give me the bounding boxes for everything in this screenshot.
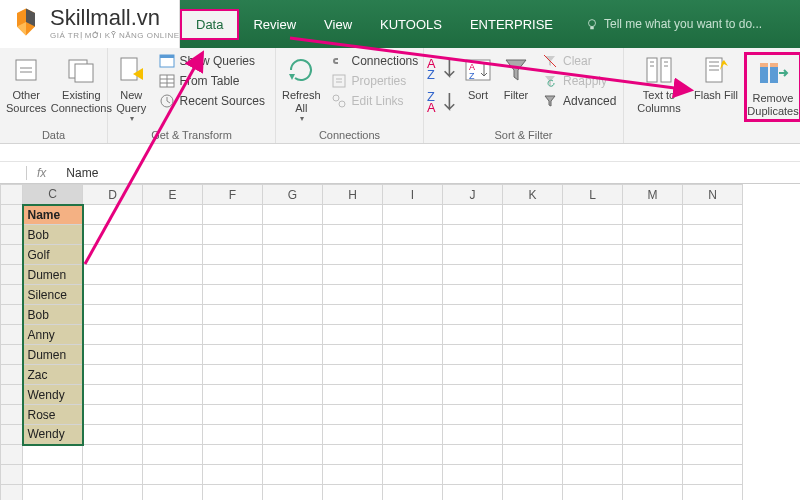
table-row[interactable]: Dumen: [1, 265, 743, 285]
properties-icon: [331, 73, 347, 89]
svg-marker-14: [289, 74, 295, 80]
ribbon: Other Sources Existing Connections Data …: [0, 48, 800, 144]
reapply-icon: [542, 73, 558, 89]
edit-links-button[interactable]: Edit Links: [327, 92, 423, 110]
reapply-button[interactable]: Reapply: [538, 72, 620, 90]
svg-point-16: [333, 95, 339, 101]
svg-text:Z: Z: [427, 67, 435, 82]
existing-connections-button[interactable]: Existing Connections: [52, 52, 110, 114]
new-query-icon: [115, 54, 147, 86]
refresh-all-button[interactable]: Refresh All: [282, 52, 321, 123]
link-icon: [331, 53, 347, 69]
tab-data[interactable]: Data: [180, 9, 239, 40]
svg-rect-32: [770, 63, 778, 67]
svg-rect-7: [75, 64, 93, 82]
tab-view[interactable]: View: [310, 11, 366, 38]
filter-button[interactable]: Filter: [500, 52, 532, 102]
group-label-get-transform: Get & Transform: [114, 129, 269, 141]
tab-enterprise[interactable]: ENTERPRISE: [456, 11, 567, 38]
svg-rect-8: [121, 58, 137, 80]
from-table-button[interactable]: From Table: [155, 72, 269, 90]
sort-button[interactable]: AZ Sort: [462, 52, 494, 102]
text-to-columns-icon: [643, 54, 675, 86]
tab-kutools[interactable]: KUTOOLS: [366, 11, 456, 38]
external-data-icon: [10, 54, 42, 86]
remove-duplicates-icon: [757, 57, 789, 89]
table-row[interactable]: Dumen: [1, 345, 743, 365]
other-sources-button[interactable]: Other Sources: [6, 52, 46, 114]
table-row[interactable]: Bob: [1, 225, 743, 245]
svg-rect-11: [160, 55, 174, 58]
svg-point-17: [339, 101, 345, 107]
brand-tagline: GIÁ TRỊ MỚI KỸ NĂNG ONLINE: [50, 31, 180, 40]
sort-za-icon: ZA: [427, 87, 459, 115]
connections-icon: [65, 54, 97, 86]
remove-duplicates-button[interactable]: Remove Duplicates: [744, 52, 800, 122]
brand: Skillmall.vn GIÁ TRỊ MỚI KỸ NĂNG ONLINE: [8, 4, 180, 40]
clear-icon: [542, 53, 558, 69]
table-row[interactable]: Golf: [1, 245, 743, 265]
tab-review[interactable]: Review: [239, 11, 310, 38]
advanced-filter-button[interactable]: Advanced: [538, 92, 620, 110]
table-row[interactable]: Rose: [1, 405, 743, 425]
group-label-data: Data: [6, 129, 101, 141]
new-query-button[interactable]: New Query: [114, 52, 149, 123]
flash-fill-icon: [700, 54, 732, 86]
tell-me-search[interactable]: Tell me what you want to do...: [585, 17, 762, 31]
sort-az-button[interactable]: AZ ZA: [430, 52, 456, 121]
svg-rect-4: [590, 27, 594, 30]
edit-links-icon: [331, 93, 347, 109]
table-row[interactable]: Wendy: [1, 385, 743, 405]
group-label-sort-filter: Sort & Filter: [430, 129, 617, 141]
fx-label[interactable]: fx: [26, 166, 56, 180]
svg-point-3: [589, 20, 596, 27]
svg-rect-5: [16, 60, 36, 80]
table-icon: [159, 53, 175, 69]
svg-rect-30: [760, 63, 768, 67]
show-queries-button[interactable]: Show Queries: [155, 52, 269, 70]
table-row[interactable]: Bob: [1, 305, 743, 325]
formula-value[interactable]: Name: [56, 166, 98, 180]
flash-fill-button[interactable]: Flash Fill: [694, 52, 738, 102]
bulb-icon: [585, 17, 599, 31]
table-row[interactable]: Silence: [1, 285, 743, 305]
svg-text:Z: Z: [469, 71, 475, 81]
spreadsheet-grid[interactable]: CDEFGHIJKLMNNameBobGolfDumenSilenceBobAn…: [0, 184, 800, 500]
advanced-icon: [542, 93, 558, 109]
brand-logo-icon: [8, 4, 44, 40]
table-small-icon: [159, 73, 175, 89]
text-to-columns-button[interactable]: Text to Columns: [630, 52, 688, 114]
recent-sources-button[interactable]: Recent Sources: [155, 92, 269, 110]
sort-dialog-icon: AZ: [462, 54, 494, 86]
table-row[interactable]: Anny: [1, 325, 743, 345]
svg-text:A: A: [427, 100, 436, 115]
refresh-icon: [285, 54, 317, 86]
table-row[interactable]: Wendy: [1, 425, 743, 445]
sort-az-icon: AZ: [427, 54, 459, 82]
connections-button[interactable]: Connections: [327, 52, 423, 70]
table-row[interactable]: Zac: [1, 365, 743, 385]
table-row[interactable]: Name: [1, 205, 743, 225]
clear-filter-button[interactable]: Clear: [538, 52, 620, 70]
properties-button[interactable]: Properties: [327, 72, 423, 90]
recent-icon: [159, 93, 175, 109]
svg-rect-15: [333, 75, 345, 87]
filter-icon: [500, 54, 532, 86]
group-label-connections: Connections: [282, 129, 417, 141]
brand-name: Skillmall.vn: [50, 5, 180, 31]
formula-bar: fx Name: [0, 162, 800, 184]
